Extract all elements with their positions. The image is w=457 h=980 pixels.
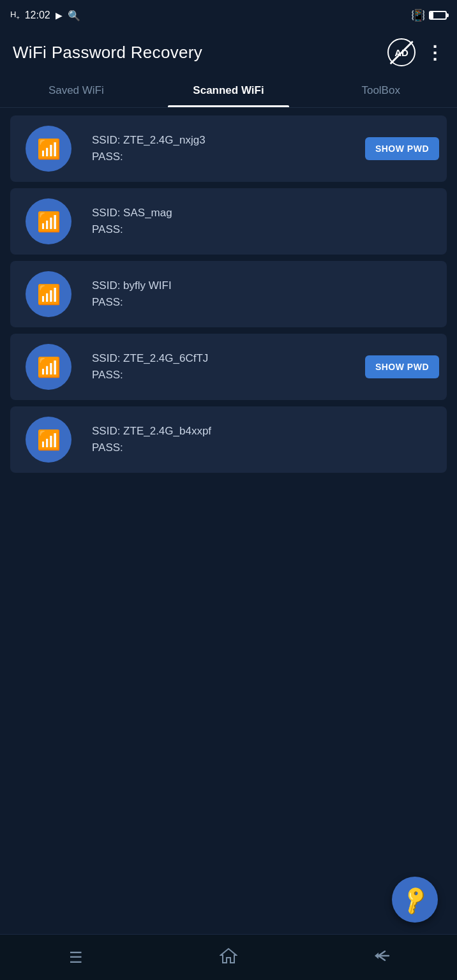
tab-saved-wifi[interactable]: Saved WiFi — [0, 74, 153, 107]
app-header: WiFi Password Recovery AD ⋮ — [0, 31, 457, 74]
back-icon — [372, 947, 390, 968]
key-icon: 🔑 — [398, 883, 432, 917]
wifi-details: SSID: ZTE_2.4G_6CfTJ PASS: — [87, 345, 365, 389]
tab-scanned-wifi[interactable]: Scanned WiFi — [153, 74, 305, 107]
show-pwd-button[interactable]: SHOW PWD — [365, 137, 439, 160]
battery-icon — [429, 11, 447, 20]
ad-button[interactable]: AD — [387, 38, 416, 66]
header-actions: AD ⋮ — [387, 38, 444, 66]
wifi-circle: 📶 — [26, 198, 71, 244]
wifi-ssid: SSID: ZTE_2.4G_nxjg3 — [92, 134, 360, 147]
status-right: 📳 — [411, 8, 447, 22]
wifi-icon: 📶 — [37, 138, 61, 160]
wifi-icon: 📶 — [37, 429, 61, 451]
search-icon: 🔍 — [68, 10, 80, 22]
wifi-icon-container: 📶 — [10, 115, 87, 182]
battery-fill — [430, 12, 433, 19]
time-display: 12:02 — [25, 10, 50, 21]
wifi-circle: 📶 — [26, 344, 71, 390]
wifi-details: SSID: byfly WIFI PASS: — [87, 272, 447, 316]
wifi-circle: 📶 — [26, 126, 71, 172]
wifi-ssid: SSID: byfly WIFI — [92, 279, 442, 292]
wifi-details: SSID: ZTE_2.4G_b4xxpf PASS: — [87, 417, 447, 462]
wifi-pass: PASS: — [92, 296, 442, 309]
wifi-icon-container: 📶 — [10, 406, 87, 473]
app-title: WiFi Password Recovery — [13, 43, 202, 63]
nav-home-button[interactable] — [209, 945, 248, 970]
wifi-icon-container: 📶 — [10, 261, 87, 327]
wifi-circle: 📶 — [26, 271, 71, 317]
wifi-pass: PASS: — [92, 151, 360, 163]
wifi-list-item: 📶 SSID: ZTE_2.4G_6CfTJ PASS: SHOW PWD — [10, 334, 447, 400]
wifi-list-item: 📶 SSID: SAS_mag PASS: — [10, 188, 447, 255]
wifi-details: SSID: ZTE_2.4G_nxjg3 PASS: — [87, 126, 365, 171]
show-pwd-button[interactable]: SHOW PWD — [365, 355, 439, 378]
overflow-menu-button[interactable]: ⋮ — [426, 42, 444, 63]
signal-indicator: H+ — [10, 10, 20, 21]
wifi-list-item: 📶 SSID: ZTE_2.4G_nxjg3 PASS: SHOW PWD — [10, 115, 447, 182]
wifi-ssid: SSID: ZTE_2.4G_b4xxpf — [92, 425, 442, 438]
home-icon — [220, 947, 237, 968]
status-left: H+ 12:02 ▶ 🔍 — [10, 10, 80, 22]
nav-back-button[interactable] — [362, 945, 400, 970]
wifi-list-item: 📶 SSID: byfly WIFI PASS: — [10, 261, 447, 327]
wifi-pass: PASS: — [92, 369, 360, 382]
nav-menu-button[interactable]: ☰ — [57, 945, 95, 970]
wifi-list-item: 📶 SSID: ZTE_2.4G_b4xxpf PASS: — [10, 406, 447, 473]
wifi-ssid: SSID: SAS_mag — [92, 207, 442, 219]
youtube-icon: ▶ — [56, 10, 63, 20]
tab-bar: Saved WiFi Scanned WiFi ToolBox — [0, 74, 457, 108]
wifi-icon-container: 📶 — [10, 334, 87, 400]
status-bar: H+ 12:02 ▶ 🔍 📳 — [0, 0, 457, 31]
hamburger-icon: ☰ — [69, 949, 83, 967]
wifi-list-content: 📶 SSID: ZTE_2.4G_nxjg3 PASS: SHOW PWD 📶 … — [0, 108, 457, 487]
wifi-circle: 📶 — [26, 417, 71, 463]
wifi-icon: 📶 — [37, 211, 61, 233]
wifi-icon: 📶 — [37, 283, 61, 306]
bottom-navigation: ☰ — [0, 934, 457, 980]
vibrate-icon: 📳 — [411, 8, 425, 22]
wifi-ssid: SSID: ZTE_2.4G_6CfTJ — [92, 352, 360, 365]
wifi-pass: PASS: — [92, 223, 442, 236]
wifi-icon-container: 📶 — [10, 188, 87, 255]
wifi-pass: PASS: — [92, 442, 442, 454]
tab-toolbox[interactable]: ToolBox — [304, 74, 457, 107]
fab-key-button[interactable]: 🔑 — [392, 877, 438, 923]
wifi-icon: 📶 — [37, 356, 61, 378]
wifi-details: SSID: SAS_mag PASS: — [87, 199, 447, 244]
